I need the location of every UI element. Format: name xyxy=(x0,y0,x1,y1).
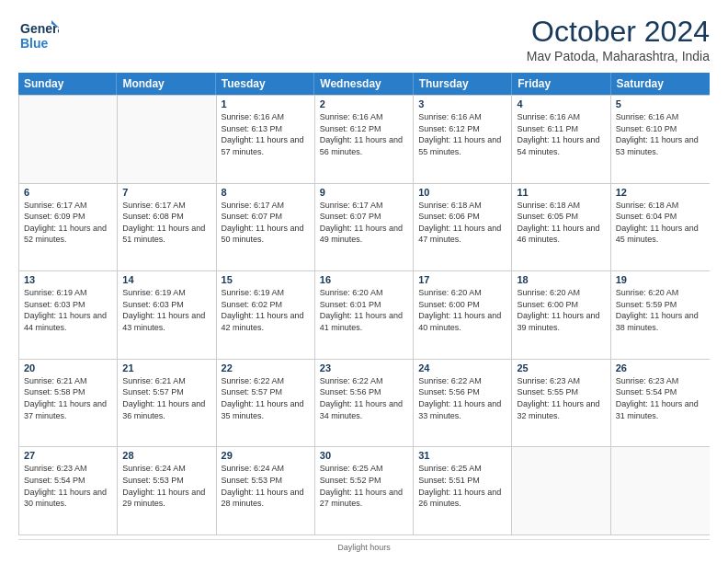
day-number: 30 xyxy=(320,450,408,461)
cal-header-day: Monday xyxy=(117,73,215,95)
cal-cell: 30Sunrise: 6:25 AMSunset: 5:52 PMDayligh… xyxy=(315,447,414,534)
cell-info: Sunrise: 6:23 AMSunset: 5:54 PMDaylight:… xyxy=(616,375,705,421)
cell-info: Sunrise: 6:21 AMSunset: 5:58 PMDaylight:… xyxy=(24,375,112,421)
day-number: 21 xyxy=(122,362,210,373)
cal-cell: 31Sunrise: 6:25 AMSunset: 5:51 PMDayligh… xyxy=(414,447,512,534)
cal-cell: 22Sunrise: 6:22 AMSunset: 5:57 PMDayligh… xyxy=(217,360,315,447)
cell-info: Sunrise: 6:18 AMSunset: 6:04 PMDaylight:… xyxy=(616,200,705,246)
cal-cell xyxy=(118,96,216,183)
cell-info: Sunrise: 6:17 AMSunset: 6:09 PMDaylight:… xyxy=(24,200,112,246)
cell-info: Sunrise: 6:24 AMSunset: 5:53 PMDaylight:… xyxy=(222,463,310,509)
cal-cell: 26Sunrise: 6:23 AMSunset: 5:54 PMDayligh… xyxy=(611,360,710,447)
cal-cell: 24Sunrise: 6:22 AMSunset: 5:56 PMDayligh… xyxy=(414,360,512,447)
day-number: 5 xyxy=(616,98,705,109)
day-number: 27 xyxy=(24,450,112,461)
day-number: 26 xyxy=(616,362,705,373)
cal-cell: 10Sunrise: 6:18 AMSunset: 6:06 PMDayligh… xyxy=(414,184,512,271)
calendar-body: 1Sunrise: 6:16 AMSunset: 6:13 PMDaylight… xyxy=(18,95,710,535)
cell-info: Sunrise: 6:16 AMSunset: 6:12 PMDaylight:… xyxy=(418,111,506,157)
logo-svg: General Blue xyxy=(18,15,59,55)
cal-week: 13Sunrise: 6:19 AMSunset: 6:03 PMDayligh… xyxy=(19,271,710,360)
day-number: 18 xyxy=(517,274,605,285)
day-number: 29 xyxy=(222,450,310,461)
day-number: 23 xyxy=(320,362,408,373)
cell-info: Sunrise: 6:18 AMSunset: 6:05 PMDaylight:… xyxy=(517,200,605,246)
cal-cell: 15Sunrise: 6:19 AMSunset: 6:02 PMDayligh… xyxy=(217,271,315,359)
cal-cell: 25Sunrise: 6:23 AMSunset: 5:55 PMDayligh… xyxy=(512,360,610,447)
cell-info: Sunrise: 6:22 AMSunset: 5:57 PMDaylight:… xyxy=(222,375,310,421)
cal-cell xyxy=(19,96,118,183)
month-title: October 2024 xyxy=(527,15,710,49)
cell-info: Sunrise: 6:19 AMSunset: 6:03 PMDaylight:… xyxy=(122,287,210,333)
day-number: 19 xyxy=(616,274,705,285)
day-number: 25 xyxy=(517,362,605,373)
cell-info: Sunrise: 6:19 AMSunset: 6:02 PMDaylight:… xyxy=(222,287,310,333)
cal-cell: 19Sunrise: 6:20 AMSunset: 5:59 PMDayligh… xyxy=(611,271,710,359)
cell-info: Sunrise: 6:17 AMSunset: 6:07 PMDaylight:… xyxy=(222,200,310,246)
cell-info: Sunrise: 6:24 AMSunset: 5:53 PMDaylight:… xyxy=(122,463,210,509)
cal-header-day: Wednesday xyxy=(314,73,413,95)
day-number: 16 xyxy=(320,274,408,285)
cell-info: Sunrise: 6:22 AMSunset: 5:56 PMDaylight:… xyxy=(320,375,408,421)
cal-header-day: Saturday xyxy=(611,73,710,95)
day-number: 24 xyxy=(418,362,506,373)
cal-cell: 29Sunrise: 6:24 AMSunset: 5:53 PMDayligh… xyxy=(217,447,315,534)
day-number: 28 xyxy=(122,450,210,461)
cal-cell: 28Sunrise: 6:24 AMSunset: 5:53 PMDayligh… xyxy=(118,447,216,534)
cell-info: Sunrise: 6:20 AMSunset: 6:01 PMDaylight:… xyxy=(320,287,408,333)
calendar-page: General Blue October 2024 Mav Patoda, Ma… xyxy=(0,0,728,563)
day-number: 22 xyxy=(222,362,310,373)
cal-cell: 5Sunrise: 6:16 AMSunset: 6:10 PMDaylight… xyxy=(611,96,710,183)
cal-cell: 7Sunrise: 6:17 AMSunset: 6:08 PMDaylight… xyxy=(118,184,216,271)
day-number: 9 xyxy=(320,187,408,198)
day-number: 12 xyxy=(616,187,705,198)
cal-cell: 6Sunrise: 6:17 AMSunset: 6:09 PMDaylight… xyxy=(19,184,118,271)
cal-week: 6Sunrise: 6:17 AMSunset: 6:09 PMDaylight… xyxy=(19,184,710,272)
cal-header-day: Thursday xyxy=(414,73,512,95)
location: Mav Patoda, Maharashtra, India xyxy=(527,49,710,63)
day-number: 2 xyxy=(320,98,408,109)
cell-info: Sunrise: 6:16 AMSunset: 6:13 PMDaylight:… xyxy=(222,111,310,157)
cell-info: Sunrise: 6:16 AMSunset: 6:11 PMDaylight:… xyxy=(517,111,605,157)
cal-cell: 23Sunrise: 6:22 AMSunset: 5:56 PMDayligh… xyxy=(315,360,414,447)
day-number: 31 xyxy=(418,450,506,461)
cal-cell: 11Sunrise: 6:18 AMSunset: 6:05 PMDayligh… xyxy=(512,184,610,271)
cal-header-day: Sunday xyxy=(18,73,117,95)
cal-cell: 2Sunrise: 6:16 AMSunset: 6:12 PMDaylight… xyxy=(315,96,414,183)
cal-header-day: Friday xyxy=(512,73,610,95)
cell-info: Sunrise: 6:21 AMSunset: 5:57 PMDaylight:… xyxy=(122,375,210,421)
footer-note: Daylight hours xyxy=(18,539,710,552)
day-number: 4 xyxy=(517,98,605,109)
calendar-header: SundayMondayTuesdayWednesdayThursdayFrid… xyxy=(18,73,710,95)
cal-cell: 17Sunrise: 6:20 AMSunset: 6:00 PMDayligh… xyxy=(414,271,512,359)
cell-info: Sunrise: 6:20 AMSunset: 5:59 PMDaylight:… xyxy=(616,287,705,333)
logo: General Blue xyxy=(18,15,59,55)
cal-cell: 13Sunrise: 6:19 AMSunset: 6:03 PMDayligh… xyxy=(19,271,118,359)
svg-text:Blue: Blue xyxy=(20,36,49,51)
day-number: 20 xyxy=(24,362,112,373)
cal-cell: 1Sunrise: 6:16 AMSunset: 6:13 PMDaylight… xyxy=(217,96,315,183)
cal-cell xyxy=(611,447,710,534)
cell-info: Sunrise: 6:25 AMSunset: 5:51 PMDaylight:… xyxy=(418,463,506,509)
cal-cell: 4Sunrise: 6:16 AMSunset: 6:11 PMDaylight… xyxy=(512,96,610,183)
cal-cell xyxy=(512,447,610,534)
day-number: 17 xyxy=(418,274,506,285)
cell-info: Sunrise: 6:17 AMSunset: 6:08 PMDaylight:… xyxy=(122,200,210,246)
day-number: 11 xyxy=(517,187,605,198)
cal-cell: 3Sunrise: 6:16 AMSunset: 6:12 PMDaylight… xyxy=(414,96,512,183)
day-number: 7 xyxy=(122,187,210,198)
day-number: 13 xyxy=(24,274,112,285)
day-number: 6 xyxy=(24,187,112,198)
cell-info: Sunrise: 6:23 AMSunset: 5:55 PMDaylight:… xyxy=(517,375,605,421)
cal-cell: 14Sunrise: 6:19 AMSunset: 6:03 PMDayligh… xyxy=(118,271,216,359)
cell-info: Sunrise: 6:23 AMSunset: 5:54 PMDaylight:… xyxy=(24,463,112,509)
header: General Blue October 2024 Mav Patoda, Ma… xyxy=(18,15,710,63)
cal-cell: 9Sunrise: 6:17 AMSunset: 6:07 PMDaylight… xyxy=(315,184,414,271)
cal-week: 27Sunrise: 6:23 AMSunset: 5:54 PMDayligh… xyxy=(19,447,710,535)
calendar: SundayMondayTuesdayWednesdayThursdayFrid… xyxy=(18,73,710,535)
cell-info: Sunrise: 6:25 AMSunset: 5:52 PMDaylight:… xyxy=(320,463,408,509)
day-number: 15 xyxy=(222,274,310,285)
cell-info: Sunrise: 6:16 AMSunset: 6:12 PMDaylight:… xyxy=(320,111,408,157)
cell-info: Sunrise: 6:20 AMSunset: 6:00 PMDaylight:… xyxy=(517,287,605,333)
day-number: 1 xyxy=(222,98,310,109)
